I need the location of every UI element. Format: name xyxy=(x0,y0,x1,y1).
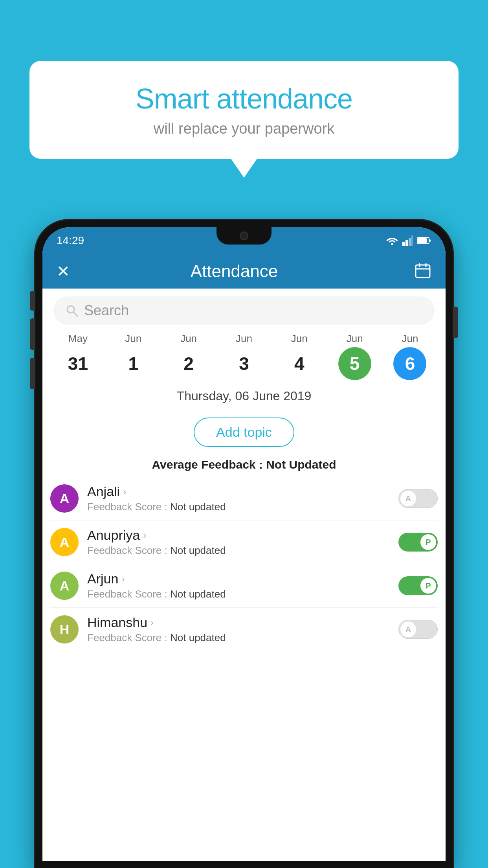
camera-dot xyxy=(240,232,248,240)
date-item[interactable]: Jun3 xyxy=(227,333,261,380)
student-name: Anupriya › xyxy=(87,528,398,543)
chevron-icon: › xyxy=(143,530,146,541)
status-time: 14:29 xyxy=(57,234,84,247)
student-name: Arjun › xyxy=(87,571,398,587)
search-icon xyxy=(65,304,79,317)
student-row[interactable]: AAnupriya ›Feedback Score : Not updatedP xyxy=(50,520,438,564)
student-info: Anupriya ›Feedback Score : Not updated xyxy=(87,528,398,557)
calendar-icon[interactable] xyxy=(414,262,431,281)
date-selector: May31Jun1Jun2Jun3Jun4Jun5Jun6 xyxy=(42,325,446,384)
chevron-icon: › xyxy=(123,486,126,497)
toggle-knob: A xyxy=(400,622,416,637)
date-item[interactable]: Jun1 xyxy=(117,333,150,380)
add-topic-button[interactable]: Add topic xyxy=(194,417,294,447)
svg-rect-6 xyxy=(418,238,427,243)
date-number[interactable]: 5 xyxy=(338,347,371,380)
student-name: Anjali › xyxy=(87,484,398,499)
phone-screen: 14:29 xyxy=(42,227,446,861)
student-avatar: A xyxy=(50,528,79,556)
student-avatar: H xyxy=(50,615,79,644)
date-number[interactable]: 6 xyxy=(393,347,426,380)
status-icons xyxy=(386,235,431,246)
search-bar[interactable]: Search xyxy=(53,296,435,325)
student-info: Arjun ›Feedback Score : Not updated xyxy=(87,571,398,600)
date-item[interactable]: Jun2 xyxy=(172,333,205,380)
app-header: ✕ Attendance xyxy=(42,254,446,289)
date-month-label: Jun xyxy=(402,333,418,345)
date-item[interactable]: May31 xyxy=(61,333,94,380)
toggle-knob: P xyxy=(420,578,436,594)
svg-rect-2 xyxy=(405,240,408,246)
date-number[interactable]: 2 xyxy=(172,347,205,380)
speech-bubble-container: Smart attendance will replace your paper… xyxy=(29,61,459,159)
student-name: Himanshu › xyxy=(87,615,398,630)
date-item[interactable]: Jun4 xyxy=(283,333,316,380)
average-feedback: Average Feedback : Not Updated xyxy=(42,458,446,477)
date-number[interactable]: 3 xyxy=(227,347,261,380)
student-row[interactable]: AArjun ›Feedback Score : Not updatedP xyxy=(50,564,438,608)
student-avatar: A xyxy=(50,572,79,600)
student-feedback: Feedback Score : Not updated xyxy=(87,588,398,600)
bubble-title: Smart attendance xyxy=(53,83,435,115)
date-month-label: Jun xyxy=(236,333,252,345)
attendance-toggle[interactable]: A xyxy=(398,489,438,508)
student-feedback: Feedback Score : Not updated xyxy=(87,632,398,644)
svg-rect-3 xyxy=(409,238,411,246)
phone-btn-left-1 xyxy=(30,291,35,311)
status-bar: 14:29 xyxy=(42,227,446,254)
attendance-toggle[interactable]: A xyxy=(398,620,438,639)
date-month-label: Jun xyxy=(347,333,363,345)
avg-feedback-value: Not Updated xyxy=(266,458,336,471)
search-placeholder: Search xyxy=(84,302,129,319)
notch xyxy=(216,227,272,245)
attendance-toggle[interactable]: P xyxy=(398,576,438,595)
date-number[interactable]: 1 xyxy=(117,347,150,380)
student-avatar: A xyxy=(50,484,79,513)
avg-feedback-label: Average Feedback : xyxy=(152,458,266,471)
student-info: Himanshu ›Feedback Score : Not updated xyxy=(87,615,398,644)
selected-date: Thursday, 06 June 2019 xyxy=(42,384,446,403)
date-month-label: Jun xyxy=(291,333,308,345)
phone-btn-right xyxy=(453,307,458,338)
chevron-icon: › xyxy=(150,617,154,628)
phone-btn-left-3 xyxy=(30,358,35,389)
student-feedback: Feedback Score : Not updated xyxy=(87,501,398,513)
speech-bubble: Smart attendance will replace your paper… xyxy=(29,61,459,159)
student-feedback: Feedback Score : Not updated xyxy=(87,544,398,557)
date-month-label: Jun xyxy=(125,333,141,345)
page-title: Attendance xyxy=(54,261,414,281)
student-row[interactable]: AAnjali ›Feedback Score : Not updatedA xyxy=(50,477,438,520)
svg-point-0 xyxy=(391,243,393,245)
date-number[interactable]: 31 xyxy=(61,347,94,380)
svg-rect-7 xyxy=(429,239,431,242)
student-list: AAnjali ›Feedback Score : Not updatedAAA… xyxy=(42,477,446,651)
svg-line-13 xyxy=(73,312,77,316)
bubble-subtitle: will replace your paperwork xyxy=(53,120,435,137)
date-item[interactable]: Jun5 xyxy=(338,333,371,380)
wifi-icon xyxy=(386,235,398,246)
svg-rect-8 xyxy=(416,265,430,278)
toggle-knob: A xyxy=(400,491,416,506)
attendance-toggle[interactable]: P xyxy=(398,533,438,552)
signal-icon xyxy=(402,235,413,246)
svg-rect-4 xyxy=(411,235,413,246)
phone-shell: 14:29 xyxy=(35,220,453,868)
phone-btn-left-2 xyxy=(30,318,35,350)
date-month-label: Jun xyxy=(180,333,197,345)
date-number[interactable]: 4 xyxy=(283,347,316,380)
svg-rect-1 xyxy=(402,242,405,246)
battery-icon xyxy=(417,237,431,245)
chevron-icon: › xyxy=(121,574,125,585)
date-month-label: May xyxy=(68,333,88,345)
toggle-knob: P xyxy=(420,534,436,550)
date-item[interactable]: Jun6 xyxy=(393,333,426,380)
student-info: Anjali ›Feedback Score : Not updated xyxy=(87,484,398,513)
student-row[interactable]: HHimanshu ›Feedback Score : Not updatedA xyxy=(50,608,438,651)
